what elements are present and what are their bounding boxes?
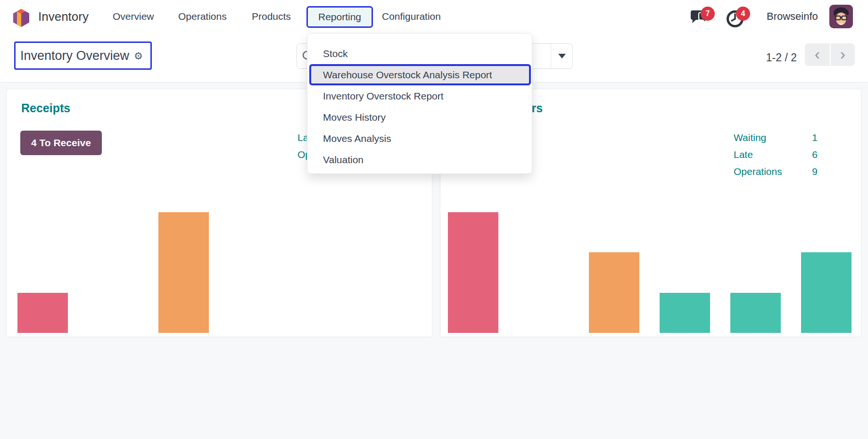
menu-item-inventory-overstock-report[interactable]: Inventory Overstock Report	[307, 85, 532, 107]
app-name[interactable]: Inventory	[38, 0, 89, 33]
user-menu[interactable]: Browseinfo	[767, 0, 818, 33]
chart-bar	[730, 293, 781, 333]
menu-item-valuation[interactable]: Valuation	[307, 149, 532, 170]
nav-item-overview[interactable]: Overview	[113, 0, 154, 33]
inventory-app-icon[interactable]	[13, 9, 29, 27]
chart-bar	[158, 212, 209, 333]
menu-item-moves-history[interactable]: Moves History	[307, 107, 532, 128]
chart-bar	[660, 293, 710, 333]
search-options-toggle[interactable]	[551, 44, 573, 68]
pager-range: 1-2 / 2	[745, 33, 797, 83]
menu-item-moves-analysis[interactable]: Moves Analysis	[307, 128, 532, 149]
page-title: Inventory Overview	[20, 49, 129, 63]
pager: ‹ ›	[805, 43, 855, 66]
menu-item-stock[interactable]: Stock	[307, 43, 532, 64]
messages-badge: 7	[701, 7, 715, 21]
breadcrumb-highlight-box: Inventory Overview ⚙	[14, 41, 152, 70]
user-avatar[interactable]	[829, 5, 853, 28]
pager-next-button[interactable]: ›	[830, 43, 855, 66]
nav-item-products[interactable]: Products	[252, 0, 291, 33]
caret-down-icon	[558, 54, 566, 58]
reporting-dropdown-menu: Stock Warehouse Overstock Analysis Repor…	[307, 33, 532, 174]
nav-item-configuration[interactable]: Configuration	[382, 0, 441, 33]
chart-bar	[801, 252, 851, 333]
gear-icon[interactable]: ⚙	[134, 51, 143, 61]
top-navbar: Inventory Overview Operations Products R…	[0, 0, 868, 33]
nav-item-reporting[interactable]: Reporting	[306, 6, 373, 28]
chart-bar	[448, 212, 498, 333]
menu-item-warehouse-overstock-analysis-report[interactable]: Warehouse Overstock Analysis Report	[309, 64, 531, 85]
pager-previous-button[interactable]: ‹	[805, 43, 830, 66]
chart-bar	[589, 252, 639, 333]
activities-badge: 4	[736, 7, 750, 21]
nav-item-operations[interactable]: Operations	[178, 0, 227, 33]
chart-bar	[17, 293, 68, 333]
inventory-overview-screen: Inventory Overview Operations Products R…	[0, 0, 868, 439]
